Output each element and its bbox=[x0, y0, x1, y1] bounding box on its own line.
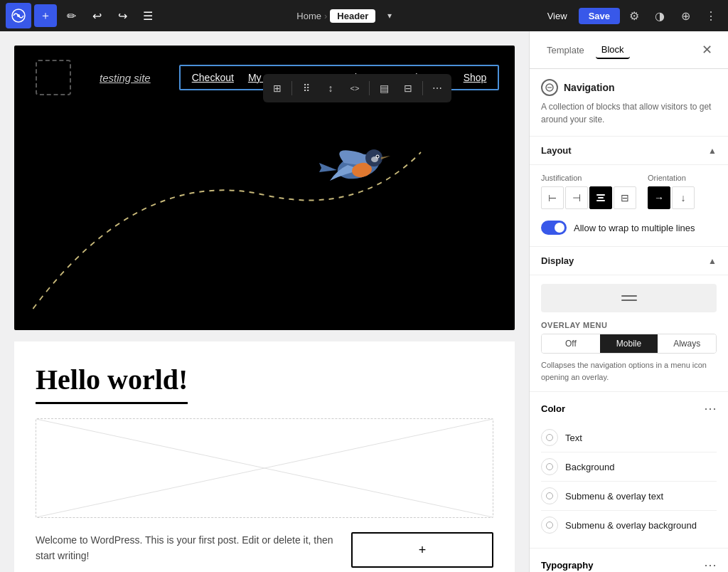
justification-label: Justification bbox=[541, 174, 636, 182]
hamburger-icon bbox=[621, 295, 637, 301]
color-section: Color ⋯ Text Background bbox=[530, 392, 728, 549]
layout-button[interactable]: ⊟ bbox=[397, 77, 419, 100]
color-text-row[interactable]: Text bbox=[541, 423, 717, 452]
svg-rect-12 bbox=[598, 197, 604, 198]
site-logo-placeholder[interactable] bbox=[36, 60, 71, 95]
typography-options-icon[interactable]: ⋯ bbox=[704, 557, 717, 572]
typography-section-header: Typography ⋯ bbox=[541, 557, 717, 572]
svg-point-7 bbox=[371, 157, 378, 162]
justify-right-button[interactable] bbox=[589, 186, 612, 209]
undo-button[interactable]: ↩ bbox=[85, 4, 108, 27]
save-button[interactable]: Save bbox=[579, 8, 620, 24]
extensions-icon[interactable]: ⊕ bbox=[674, 4, 697, 27]
color-section-header: Color ⋯ bbox=[541, 401, 717, 416]
list-view-button[interactable]: ☰ bbox=[136, 4, 159, 27]
layout-section-header[interactable]: Layout ▲ bbox=[530, 137, 728, 165]
color-circle-inner-sb bbox=[546, 521, 553, 529]
color-submenu-text-label: Submenu & overlay text bbox=[565, 491, 663, 502]
overlay-menu-label: OVERLAY MENU bbox=[541, 321, 717, 329]
svg-rect-13 bbox=[596, 200, 605, 201]
justify-center-button[interactable]: ⊣ bbox=[565, 186, 588, 209]
overlay-off-button[interactable]: Off bbox=[542, 334, 600, 353]
redo-button[interactable]: ↪ bbox=[111, 4, 134, 27]
styles-icon[interactable]: ◑ bbox=[648, 4, 671, 27]
color-submenu-bg-label: Submenu & overlay background bbox=[565, 520, 697, 531]
layout-section-title: Layout bbox=[541, 145, 572, 156]
wrap-label: Allow to wrap to multiple lines bbox=[574, 223, 695, 233]
color-submenu-bg-row[interactable]: Submenu & overlay background bbox=[541, 511, 717, 539]
close-sidebar-button[interactable]: ✕ bbox=[697, 40, 717, 60]
toolbar-divider-3 bbox=[422, 81, 423, 95]
display-section-title: Display bbox=[541, 255, 574, 266]
nav-item-checkout[interactable]: Checkout bbox=[192, 72, 234, 83]
color-circle-inner-bg bbox=[546, 463, 553, 470]
add-block-box[interactable]: + bbox=[351, 532, 493, 568]
canvas-wrapper: testing site Checkout My account New Pro… bbox=[14, 46, 515, 572]
color-controls: Color ⋯ Text Background bbox=[530, 392, 728, 549]
overlay-note: Collapses the navigation options in a me… bbox=[541, 359, 717, 383]
breadcrumb-separator: › bbox=[324, 11, 327, 21]
color-circle-inner bbox=[546, 434, 553, 441]
more-block-options-icon[interactable]: ⋯ bbox=[426, 77, 449, 100]
edit-html-button[interactable]: <> bbox=[343, 77, 366, 100]
main-area: ⊞ ⠿ ↕ <> ▤ ⊟ ⋯ testing site Checkout My … bbox=[0, 31, 728, 572]
orientation-vertical-button[interactable]: ↓ bbox=[672, 186, 695, 209]
breadcrumb: Home › Header ▾ bbox=[296, 4, 401, 27]
drag-handle-button[interactable]: ⠿ bbox=[295, 77, 318, 100]
post-excerpt-box[interactable] bbox=[36, 418, 493, 518]
display-section-header[interactable]: Display ▲ bbox=[530, 247, 728, 275]
toolbar-divider-2 bbox=[369, 81, 370, 95]
tab-template[interactable]: Template bbox=[541, 42, 590, 58]
post-footer: Welcome to WordPress. This is your first… bbox=[36, 532, 493, 572]
color-text-swatch bbox=[541, 429, 558, 446]
display-chevron-icon: ▲ bbox=[708, 256, 717, 266]
block-toolbar: ⊞ ⠿ ↕ <> ▤ ⊟ ⋯ bbox=[263, 74, 451, 102]
block-info: Navigation A collection of blocks that a… bbox=[530, 69, 728, 137]
breadcrumb-home[interactable]: Home bbox=[296, 11, 321, 21]
dashed-path-svg bbox=[14, 110, 515, 323]
block-description: A collection of blocks that allow visito… bbox=[541, 100, 717, 126]
nav-item-shop[interactable]: Shop bbox=[464, 72, 487, 83]
justify-stretch-button[interactable]: ⊟ bbox=[614, 186, 636, 209]
color-submenu-text-row[interactable]: Submenu & overlay text bbox=[541, 482, 717, 511]
typography-controls: Typography ⋯ SIZE DEFAULT 1 2 3 4 bbox=[530, 549, 728, 572]
wp-logo-icon[interactable] bbox=[6, 3, 31, 28]
layout-row: Justification ⊢ ⊣ ⊟ bbox=[541, 174, 717, 209]
content-area: Hello world! Welcome to WordPress. This … bbox=[14, 341, 515, 572]
hamburger-line-2 bbox=[621, 300, 637, 301]
orientation-label: Orientation bbox=[648, 174, 717, 182]
post-text: Welcome to WordPress. This is your first… bbox=[36, 532, 337, 564]
view-button[interactable]: View bbox=[539, 8, 576, 24]
top-bar: ＋ ✏ ↩ ↪ ☰ Home › Header ▾ View Save ⚙ ◑ … bbox=[0, 0, 728, 31]
transform-block-button[interactable]: ⊞ bbox=[266, 77, 289, 100]
overlay-always-button[interactable]: Always bbox=[658, 334, 716, 353]
color-background-label: Background bbox=[565, 462, 614, 472]
tab-block[interactable]: Block bbox=[596, 41, 630, 59]
sidebar: Template Block ✕ Navigation A collection… bbox=[529, 31, 728, 572]
add-block-button[interactable]: ＋ bbox=[34, 4, 57, 27]
wrap-toggle[interactable] bbox=[541, 221, 567, 235]
settings-icon[interactable]: ⚙ bbox=[623, 4, 646, 27]
justify-left-button[interactable]: ⊢ bbox=[541, 186, 564, 209]
breadcrumb-chevron-icon[interactable]: ▾ bbox=[378, 4, 401, 27]
toolbar-divider bbox=[291, 81, 292, 95]
site-title[interactable]: testing site bbox=[100, 72, 151, 84]
align-button[interactable]: ▤ bbox=[373, 77, 395, 100]
more-options-icon[interactable]: ⋮ bbox=[700, 4, 722, 27]
tools-button[interactable]: ✏ bbox=[60, 4, 82, 27]
overlay-mobile-button[interactable]: Mobile bbox=[600, 334, 658, 353]
color-options-icon[interactable]: ⋯ bbox=[704, 401, 717, 416]
menu-icon-preview bbox=[541, 284, 717, 312]
breadcrumb-active[interactable]: Header bbox=[330, 9, 375, 23]
svg-point-1 bbox=[17, 14, 20, 17]
move-button[interactable]: ↕ bbox=[319, 77, 342, 100]
svg-line-9 bbox=[36, 419, 493, 517]
toggle-knob bbox=[555, 223, 564, 233]
canvas-area: ⊞ ⠿ ↕ <> ▤ ⊟ ⋯ testing site Checkout My … bbox=[0, 31, 529, 572]
orientation-horizontal-button[interactable]: → bbox=[648, 186, 670, 209]
block-name: Navigation bbox=[564, 82, 615, 93]
bird-svg bbox=[316, 131, 401, 195]
layout-chevron-icon: ▲ bbox=[708, 146, 717, 156]
add-block-plus-icon: + bbox=[419, 543, 427, 558]
color-background-row[interactable]: Background bbox=[541, 452, 717, 482]
